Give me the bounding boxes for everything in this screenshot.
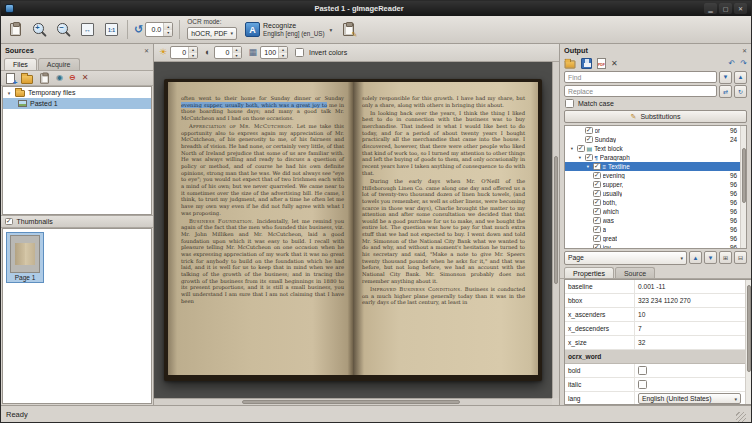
prev-item-button[interactable]: ▲ <box>689 251 702 264</box>
screenshot-icon[interactable]: ◉ <box>56 74 63 82</box>
sources-close-icon[interactable]: ✕ <box>144 47 149 54</box>
scrollbar-thumb[interactable] <box>747 285 751 372</box>
hocr-tree-row[interactable]: or96 <box>565 126 740 135</box>
contrast-spinbox[interactable]: 0 ▴▾ <box>214 46 242 59</box>
item-checkbox[interactable] <box>593 217 601 225</box>
tab-properties[interactable]: Properties <box>564 267 614 278</box>
close-button[interactable]: ✕ <box>734 3 747 14</box>
thumbnail-page-1[interactable]: Page 1 <box>6 232 44 283</box>
minimize-button[interactable]: ▁ <box>704 3 717 14</box>
hocr-tree-row[interactable]: great96 <box>565 234 740 243</box>
remove-source-icon[interactable]: ⊖ <box>69 74 76 82</box>
item-checkbox[interactable] <box>593 181 601 189</box>
hocr-tree-row[interactable]: ▾≡Textline <box>565 162 740 171</box>
item-checkbox[interactable] <box>593 190 601 198</box>
property-row[interactable]: italic <box>565 378 745 392</box>
item-checkbox[interactable] <box>593 163 601 171</box>
spin-down-icon[interactable]: ▾ <box>233 53 241 59</box>
spin-down-icon[interactable]: ▾ <box>164 30 172 37</box>
delete-source-icon[interactable]: ✕ <box>82 74 89 82</box>
zoom-out-button[interactable]: − <box>52 18 75 42</box>
item-checkbox[interactable] <box>585 127 593 135</box>
image-canvas[interactable]: often went to their home for Sunday dinn… <box>154 62 552 398</box>
undo-icon[interactable]: ↶ <box>729 60 736 68</box>
hocr-tree-row[interactable]: evening96 <box>565 171 740 180</box>
property-row[interactable]: x_descenders7 <box>565 322 745 336</box>
hocr-tree-row[interactable]: was96 <box>565 216 740 225</box>
viewer-vertical-scrollbar[interactable] <box>552 62 559 398</box>
paste-button[interactable] <box>4 18 27 42</box>
property-row[interactable]: langEnglish (United States)▾ <box>565 392 745 405</box>
hocr-tree-row[interactable]: both,96 <box>565 198 740 207</box>
properties-scrollbar[interactable] <box>745 280 751 404</box>
add-images-icon[interactable] <box>6 73 15 84</box>
clear-output-icon[interactable]: ✕ <box>611 60 618 68</box>
recognize-dropdown-icon[interactable]: ▾ <box>328 27 333 33</box>
export-pdf-icon[interactable] <box>597 58 606 69</box>
substitutions-button[interactable]: ✎ Substitutions <box>564 110 747 123</box>
find-prev-button[interactable]: ▲ <box>734 71 747 84</box>
rotation-spinbox[interactable]: 0.0 ▴▾ <box>145 22 173 37</box>
zoom-original-button[interactable]: 1:1 <box>100 18 123 42</box>
navigation-target-select[interactable]: Page ▾ <box>564 251 687 265</box>
zoom-fit-button[interactable]: ↔ <box>76 18 99 42</box>
viewer-horizontal-scrollbar[interactable] <box>154 398 552 405</box>
match-case-checkbox[interactable] <box>565 99 574 108</box>
tab-files[interactable]: Files <box>4 58 37 70</box>
scrollbar-thumb[interactable] <box>242 400 461 404</box>
item-checkbox[interactable] <box>593 226 601 234</box>
hocr-tree-row[interactable]: usually96 <box>565 189 740 198</box>
replace-button[interactable]: ⇄ <box>719 85 732 98</box>
spin-down-icon[interactable]: ▾ <box>279 53 287 59</box>
zoom-in-button[interactable]: + <box>28 18 51 42</box>
next-item-button[interactable]: ▼ <box>704 251 717 264</box>
tree-item-pasted-1[interactable]: Pasted 1 <box>3 98 151 109</box>
replace-input[interactable] <box>564 85 717 97</box>
scrollbar-thumb[interactable] <box>742 148 746 203</box>
item-checkbox[interactable] <box>593 208 601 216</box>
maximize-button[interactable]: ▢ <box>719 3 732 14</box>
recognize-button[interactable]: A Recognize English [eng] (en_US) ▾ <box>241 18 336 42</box>
ocr-mode-select[interactable]: hOCR, PDF ▾ <box>187 27 237 40</box>
hocr-tree-row[interactable]: ▾▤Text block <box>565 144 740 153</box>
tab-acquire[interactable]: Acquire <box>38 58 80 70</box>
item-checkbox[interactable] <box>593 172 601 180</box>
find-input[interactable] <box>564 71 717 83</box>
rotate-icon[interactable]: ↺ <box>134 24 143 35</box>
resolution-spinbox[interactable]: 100 ▴▾ <box>260 46 288 59</box>
hocr-tree-scrollbar[interactable] <box>740 126 746 248</box>
property-row[interactable]: x_ascenders10 <box>565 308 745 322</box>
expander-icon[interactable]: ▾ <box>585 164 591 169</box>
tree-item-temporary-files[interactable]: ▾ Temporary files <box>3 87 151 98</box>
hocr-tree-row[interactable]: supper,96 <box>565 180 740 189</box>
selected-textline-highlight[interactable]: evening supper, usually both, which was … <box>181 102 327 108</box>
find-next-button[interactable]: ▼ <box>719 71 732 84</box>
replace-all-button[interactable]: ↻ <box>734 85 747 98</box>
property-row[interactable]: bold <box>565 364 745 378</box>
expander-icon[interactable]: ▾ <box>6 90 12 96</box>
hocr-tree-row[interactable]: Sunday24 <box>565 135 740 144</box>
open-hocr-icon[interactable] <box>565 60 576 68</box>
paste-source-icon[interactable] <box>40 73 49 83</box>
property-row[interactable]: bbox323 234 1120 270 <box>565 294 745 308</box>
scrollbar-thumb[interactable] <box>554 156 558 284</box>
thumbnails-checkbox[interactable] <box>5 218 13 226</box>
hocr-tree-row[interactable]: which96 <box>565 207 740 216</box>
expand-all-button[interactable]: ⊞ <box>719 251 732 264</box>
item-checkbox[interactable] <box>585 154 593 162</box>
hocr-tree-row[interactable]: a96 <box>565 225 740 234</box>
item-checkbox[interactable] <box>585 136 593 144</box>
item-checkbox[interactable] <box>577 145 585 153</box>
brightness-spinbox[interactable]: 0 ▴▾ <box>170 46 198 59</box>
collapse-all-button[interactable]: ⊟ <box>734 251 747 264</box>
invert-colors-checkbox[interactable] <box>295 48 304 57</box>
item-checkbox[interactable] <box>593 235 601 243</box>
property-row[interactable]: x_size32 <box>565 336 745 350</box>
lang-select[interactable]: English (United States)▾ <box>638 393 741 404</box>
tab-source[interactable]: Source <box>615 267 655 278</box>
edit-text-button[interactable]: ✎ <box>337 18 360 42</box>
item-checkbox[interactable] <box>593 199 601 207</box>
bold-checkbox[interactable] <box>638 366 647 375</box>
titlebar[interactable]: Pasted 1 - gImageReader ▁ ▢ ✕ <box>1 1 751 16</box>
italic-checkbox[interactable] <box>638 380 647 389</box>
